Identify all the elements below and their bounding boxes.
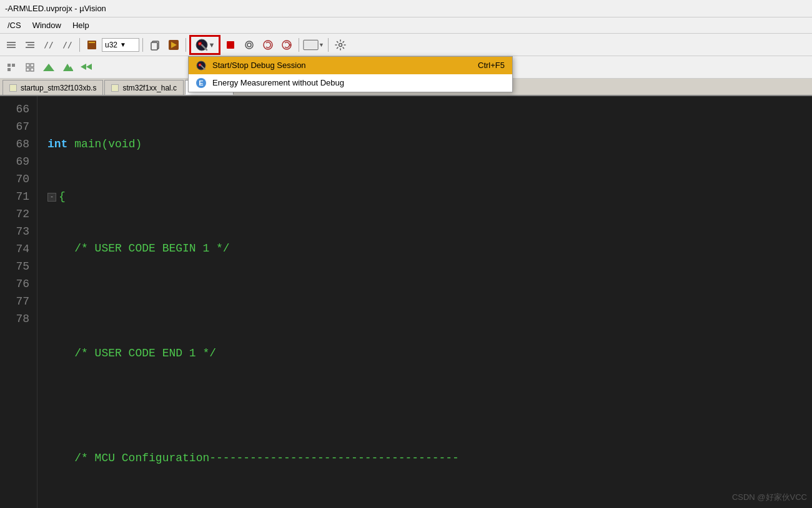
tb2-btn1[interactable] <box>2 59 20 76</box>
line-num-73: 73 <box>5 223 29 241</box>
svg-point-21 <box>245 41 253 49</box>
debug-energy-item[interactable]: E Energy Measurement without Debug <box>189 74 512 92</box>
svg-rect-9 <box>151 42 157 50</box>
line-num-72: 72 <box>5 206 29 223</box>
tab-hal-icon <box>111 84 119 92</box>
tb-separator4 <box>299 38 299 52</box>
title-bar: -ARM\LED.uvprojx - µVision <box>0 0 812 17</box>
tb-outdent-btn[interactable] <box>2 36 20 54</box>
tb-uncomment-btn[interactable]: // <box>59 36 76 54</box>
tb-separator3 <box>186 38 186 52</box>
tab-startup-icon <box>9 84 17 92</box>
tb-comment-btn[interactable]: // <box>40 36 57 54</box>
editor-area: 66 67 68 69 70 71 72 73 74 75 76 77 78 i… <box>0 96 812 508</box>
svg-point-14 <box>199 42 201 44</box>
watermark-text: CSDN @好家伙VCC <box>732 492 807 502</box>
svg-marker-40 <box>86 64 92 70</box>
code-line-72: /* MCU Configuration--------------------… <box>47 449 812 467</box>
svg-rect-27 <box>305 41 317 49</box>
tb2-btn4[interactable] <box>59 59 76 76</box>
line-num-67: 67 <box>5 119 29 136</box>
tb-separator1 <box>79 38 80 52</box>
code-brace-open: { <box>59 188 66 206</box>
tb-indent-btn[interactable] <box>21 36 39 54</box>
line-num-69: 69 <box>5 154 29 171</box>
line-num-76: 76 <box>5 276 29 293</box>
title-text: -ARM\LED.uvprojx - µVision <box>5 4 106 13</box>
toolbar1: // // u32 ▼ ▼ <box>0 34 812 56</box>
tb-build-btn[interactable] <box>165 36 182 54</box>
line-num-66: 66 <box>5 101 29 119</box>
code-line-67: -{ <box>47 188 812 206</box>
svg-point-22 <box>247 43 251 47</box>
type-dropdown[interactable]: u32 ▼ <box>102 38 139 52</box>
energy-icon: E <box>196 78 206 88</box>
code-func-main: main(void) <box>74 136 142 154</box>
collapse-67[interactable]: - <box>47 193 56 202</box>
code-line-69 <box>47 293 812 310</box>
code-line-70: /* USER CODE END 1 */ <box>47 345 812 363</box>
debug-energy-label: Energy Measurement without Debug <box>212 78 344 87</box>
line-num-70: 70 <box>5 171 29 188</box>
tb2-btn5[interactable] <box>77 59 95 76</box>
tab-startup[interactable]: startup_stm32f103xb.s <box>2 80 103 95</box>
code-content[interactable]: int main(void) -{ /* USER CODE BEGIN 1 *… <box>37 96 812 508</box>
svg-rect-32 <box>26 64 29 67</box>
code-keyword-int: int <box>47 136 74 154</box>
tb-view-btn[interactable]: ▼ <box>302 36 325 54</box>
line-num-78: 78 <box>5 311 29 328</box>
svg-rect-34 <box>26 68 29 71</box>
tb-reset-btn[interactable] <box>240 36 258 54</box>
tb-stop-btn[interactable] <box>222 36 239 54</box>
code-comment-70: /* USER CODE END 1 */ <box>47 345 216 363</box>
menu-item-window[interactable]: Window <box>27 19 66 31</box>
watermark: CSDN @好家伙VCC <box>732 492 807 503</box>
code-comment-72: /* MCU Configuration--------------------… <box>47 450 459 467</box>
tb-func4-btn[interactable] <box>278 36 295 54</box>
svg-rect-30 <box>12 64 15 67</box>
type-dropdown-arrow: ▼ <box>120 41 126 48</box>
tb-func3-btn[interactable] <box>259 36 277 54</box>
debug-start-stop-item[interactable]: Start/Stop Debug Session Ctrl+F5 <box>189 57 512 74</box>
tb-settings-btn[interactable] <box>332 36 349 54</box>
line-num-71: 71 <box>5 188 29 206</box>
debug-start-stop-shortcut: Ctrl+F5 <box>478 61 505 70</box>
svg-rect-31 <box>7 68 11 71</box>
tab-hal-label: stm32f1xx_hal.c <box>122 84 177 92</box>
code-line-73 <box>47 502 812 508</box>
svg-point-28 <box>339 43 342 46</box>
code-line-68: /* USER CODE BEGIN 1 */ <box>47 240 812 258</box>
svg-marker-39 <box>81 64 86 70</box>
svg-marker-36 <box>43 64 54 71</box>
tb-copy-btn[interactable] <box>146 36 164 54</box>
svg-rect-35 <box>31 68 34 71</box>
menu-item-help[interactable]: Help <box>67 19 94 31</box>
debug-session-btn[interactable]: ▼ <box>189 35 220 55</box>
menu-item-cs[interactable]: /CS <box>2 19 26 31</box>
code-line-71 <box>47 398 812 415</box>
debug-btn-container: ▼ Start/Stop Debug Session Ctrl+F5 E Ene… <box>189 35 220 55</box>
type-dropdown-value: u32 <box>105 41 117 49</box>
tb2-btn2[interactable] <box>21 59 39 76</box>
tab-startup-label: startup_stm32f103xb.s <box>21 84 96 92</box>
line-num-74: 74 <box>5 241 29 258</box>
tab-hal[interactable]: stm32f1xx_hal.c <box>104 80 184 95</box>
tb-separator2 <box>142 38 143 52</box>
menu-bar: /CS Window Help <box>0 17 812 34</box>
line-num-77: 77 <box>5 293 29 311</box>
tb2-btn3[interactable] <box>40 59 57 76</box>
svg-rect-33 <box>31 64 34 67</box>
tb-icon1-btn[interactable] <box>83 36 101 54</box>
tb-separator5 <box>328 38 329 52</box>
line-num-75: 75 <box>5 258 29 276</box>
line-num-68: 68 <box>5 136 29 154</box>
svg-rect-7 <box>89 42 95 43</box>
svg-rect-29 <box>7 64 11 67</box>
debug-dropdown: Start/Stop Debug Session Ctrl+F5 E Energ… <box>188 56 513 92</box>
code-line-66: int main(void) <box>47 136 812 154</box>
svg-rect-20 <box>227 41 234 49</box>
line-numbers: 66 67 68 69 70 71 72 73 74 75 76 77 78 <box>0 96 37 508</box>
svg-point-18 <box>199 64 201 65</box>
debug-start-stop-label: Start/Stop Debug Session <box>212 61 306 70</box>
code-comment-68: /* USER CODE BEGIN 1 */ <box>47 240 230 258</box>
